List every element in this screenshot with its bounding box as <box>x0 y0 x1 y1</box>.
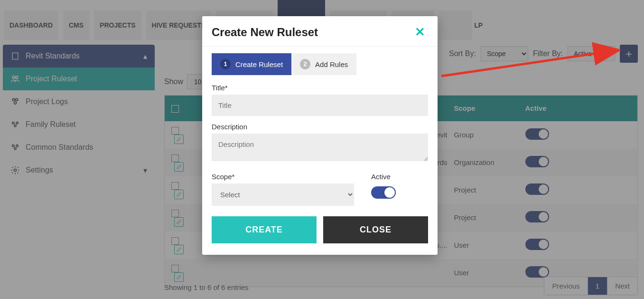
title-label: Title* <box>212 84 428 92</box>
wizard-steps: 1 Create Ruleset 2 Add Rules <box>212 53 428 75</box>
close-icon: ✕ <box>415 25 425 39</box>
step-add-rules[interactable]: 2 Add Rules <box>291 53 356 75</box>
step-create-ruleset[interactable]: 1 Create Ruleset <box>212 53 291 75</box>
step-1-label: Create Ruleset <box>235 60 283 68</box>
modal-title: Create New Ruleset <box>212 26 318 39</box>
step-2-label: Add Rules <box>315 60 348 68</box>
create-ruleset-modal: Create New Ruleset ✕ 1 Create Ruleset 2 … <box>202 16 438 255</box>
active-toggle[interactable] <box>371 186 396 199</box>
title-input[interactable] <box>212 95 428 116</box>
description-textarea[interactable] <box>212 134 428 161</box>
step-1-number: 1 <box>220 59 231 69</box>
modal-close-button[interactable]: ✕ <box>415 25 425 39</box>
step-2-number: 2 <box>300 59 310 69</box>
active-label: Active <box>371 173 396 181</box>
create-button[interactable]: CREATE <box>212 216 317 243</box>
description-label: Description <box>212 123 428 131</box>
scope-label: Scope* <box>212 173 354 181</box>
scope-select[interactable]: Select <box>212 183 354 206</box>
close-button[interactable]: CLOSE <box>323 216 428 243</box>
